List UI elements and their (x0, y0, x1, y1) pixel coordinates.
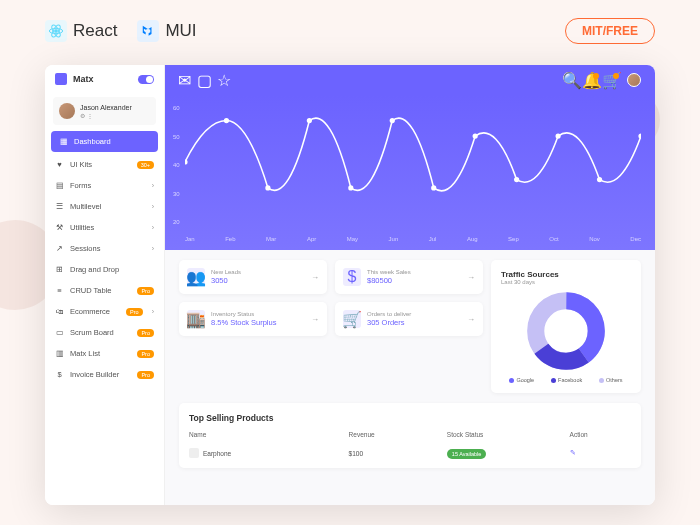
cart-icon: 🛒 (343, 310, 361, 328)
stat-value: 305 Orders (367, 318, 461, 327)
edit-icon[interactable]: ✎ (570, 449, 631, 457)
svg-point-14 (597, 177, 602, 182)
line-chart-svg (185, 105, 641, 219)
nav-forms[interactable]: ▤ Forms › (45, 175, 164, 196)
topbar-avatar[interactable] (627, 73, 641, 87)
sidebar: Matx Jason Alexander ⚙ ⋮ ▦ Dashboard ♥ U… (45, 65, 165, 505)
nav-utilities[interactable]: ⚒ Utilities › (45, 217, 164, 238)
mail-icon[interactable]: ✉ (179, 75, 189, 85)
nav-label: Sessions (70, 244, 100, 253)
tools-icon: ⚒ (55, 223, 64, 232)
nav-label: CRUD Table (70, 286, 112, 295)
nav-label: Scrum Board (70, 328, 114, 337)
user-card[interactable]: Jason Alexander ⚙ ⋮ (53, 97, 156, 125)
svg-point-9 (390, 118, 395, 123)
nav-label: Matx List (70, 349, 100, 358)
mui-label: MUI (165, 21, 196, 41)
list-icon: ≡ (55, 286, 64, 295)
react-tech: React (45, 20, 117, 42)
stock-badge: 15 Available (447, 449, 487, 459)
svg-point-10 (431, 185, 436, 190)
svg-point-5 (224, 118, 229, 123)
products-table: Top Selling Products Name Revenue Stock … (179, 403, 641, 468)
stat-value: 3050 (211, 276, 305, 285)
traffic-subtitle: Last 30 days (501, 279, 631, 285)
table-header: Name Revenue Stock Status Action (189, 431, 631, 442)
bag-icon: 🛍 (55, 307, 64, 316)
chevron-right-icon: › (152, 224, 154, 231)
nav-uikits[interactable]: ♥ UI Kits 30+ (45, 154, 164, 175)
legend-label: Others (606, 377, 623, 383)
logo-icon (55, 73, 67, 85)
nav-label: UI Kits (70, 160, 92, 169)
star-icon[interactable]: ☆ (219, 75, 229, 85)
list2-icon: ▥ (55, 349, 64, 358)
nav-label: Forms (70, 181, 91, 190)
nav-label: Drag and Drop (70, 265, 119, 274)
invoice-icon: $ (55, 370, 64, 379)
web-icon[interactable]: ▢ (199, 75, 209, 85)
bell-icon[interactable]: 🔔 (587, 75, 597, 85)
svg-point-12 (514, 177, 519, 182)
nav-multilevel[interactable]: ☰ Multilevel › (45, 196, 164, 217)
svg-point-13 (556, 134, 561, 139)
nav-badge: Pro (137, 287, 154, 295)
mui-tech: MUI (137, 20, 196, 42)
arrow-right-icon: → (467, 315, 475, 324)
nav-label: Multilevel (70, 202, 101, 211)
nav-dashboard[interactable]: ▦ Dashboard (51, 131, 158, 152)
heart-icon: ♥ (55, 160, 64, 169)
money-icon: $ (343, 268, 361, 286)
nav-ecommerce[interactable]: 🛍 Ecommerce Pro › (45, 301, 164, 322)
nav-badge: Pro (126, 308, 143, 316)
arrow-right-icon: → (311, 315, 319, 324)
nav-invoice[interactable]: $ Invoice Builder Pro (45, 364, 164, 385)
nav-label: Utilities (70, 223, 94, 232)
legend-label: Google (516, 377, 534, 383)
table-title: Top Selling Products (189, 413, 631, 423)
stat-label: This week Sales (367, 269, 461, 275)
user-icons: ⚙ ⋮ (80, 112, 132, 119)
th-action: Action (570, 431, 631, 438)
nav-badge: Pro (137, 329, 154, 337)
svg-point-0 (55, 30, 58, 33)
th-stock: Stock Status (447, 431, 570, 438)
arrow-right-icon: → (467, 273, 475, 282)
stat-label: Orders to deliver (367, 311, 461, 317)
cart-icon[interactable]: 🛒 (607, 75, 617, 85)
nav-badge: Pro (137, 371, 154, 379)
svg-point-6 (265, 185, 270, 190)
nav-crud[interactable]: ≡ CRUD Table Pro (45, 280, 164, 301)
nav-dragdrop[interactable]: ⊞ Drag and Drop (45, 259, 164, 280)
sidebar-toggle[interactable] (138, 75, 154, 84)
nav-matxlist[interactable]: ▥ Matx List Pro (45, 343, 164, 364)
nav-label: Dashboard (74, 137, 111, 146)
stat-orders[interactable]: 🛒 Orders to deliver305 Orders → (335, 302, 483, 336)
stats-row: 👥 New Leads3050 → $ This week Sales$8050… (165, 250, 655, 393)
stat-sales[interactable]: $ This week Sales$80500 → (335, 260, 483, 294)
stat-value: 8.5% Stock Surplus (211, 318, 305, 327)
mui-icon (137, 20, 159, 42)
tech-header: React MUI MIT/FREE (0, 0, 700, 62)
document-icon: ▤ (55, 181, 64, 190)
stat-value: $80500 (367, 276, 461, 285)
nav-label: Invoice Builder (70, 370, 119, 379)
topbar: ✉ ▢ ☆ 🔍 🔔 🛒 (165, 65, 655, 95)
chevron-right-icon: › (152, 182, 154, 189)
stat-leads[interactable]: 👥 New Leads3050 → (179, 260, 327, 294)
app-window: Matx Jason Alexander ⚙ ⋮ ▦ Dashboard ♥ U… (45, 65, 655, 505)
product-name: Earphone (203, 450, 231, 457)
store-icon: 🏬 (187, 310, 205, 328)
svg-point-7 (307, 118, 312, 123)
dashboard-icon: ▦ (59, 137, 68, 146)
x-axis: JanFebMarAprMayJunJulAugSepOctNovDec (185, 236, 641, 242)
stat-label: Inventory Status (211, 311, 305, 317)
board-icon: ▭ (55, 328, 64, 337)
nav-sessions[interactable]: ↗ Sessions › (45, 238, 164, 259)
search-icon[interactable]: 🔍 (567, 75, 577, 85)
nav-scrum[interactable]: ▭ Scrum Board Pro (45, 322, 164, 343)
stat-inventory[interactable]: 🏬 Inventory Status8.5% Stock Surplus → (179, 302, 327, 336)
chevron-right-icon: › (152, 308, 154, 315)
y-axis: 6050403020 (173, 105, 180, 225)
legend-label: Facebook (558, 377, 582, 383)
